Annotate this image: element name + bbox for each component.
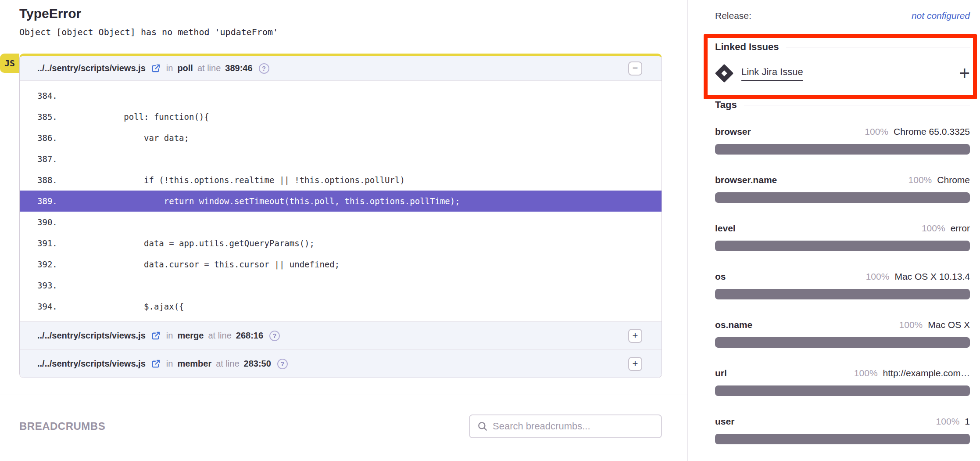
code-line-text: data = app.utils.getQueryParams(); [64, 238, 315, 248]
external-link-icon[interactable] [151, 331, 161, 341]
tag-summary: 100%Mac OS X 10.13.4 [866, 271, 970, 282]
tag-name: url [715, 368, 727, 378]
frame-file-path: ../../sentry/scripts/views.js [37, 63, 146, 73]
code-line-number: 391. [20, 238, 64, 248]
help-icon[interactable]: ? [277, 359, 288, 369]
tag-summary: 100%error [922, 223, 970, 234]
external-link-icon[interactable] [151, 359, 161, 369]
link-jira-issue-row: Link Jira Issue + [715, 64, 970, 83]
tags-section: Tags browser100%Chrome 65.0.3325browser.… [715, 99, 970, 444]
external-link-icon[interactable] [151, 63, 161, 73]
tag-distribution-bar [715, 289, 970, 299]
tag-percent: 100% [899, 320, 923, 330]
code-line: 385. poll: function(){ [20, 106, 662, 127]
frame-at-line-label: at line [208, 331, 231, 341]
code-line: 386. var data; [20, 127, 662, 148]
breadcrumbs-search-input[interactable] [493, 421, 654, 432]
code-line-number: 392. [20, 259, 64, 269]
expand-frame-button[interactable]: + [628, 357, 642, 371]
tag-name: browser [715, 126, 751, 137]
tag-percent: 100% [854, 368, 878, 378]
code-line: 391. data = app.utils.getQueryParams(); [20, 233, 662, 254]
tag-name: os [715, 271, 726, 282]
stack-frame-header-member[interactable]: ../../sentry/scripts/views.js in member … [20, 349, 662, 378]
tag-percent: 100% [866, 271, 890, 282]
add-linked-issue-button[interactable]: + [959, 64, 970, 83]
code-line: 394. $.ajax({ [20, 296, 662, 317]
code-line-number: 386. [20, 133, 64, 143]
stack-frame-header-merge[interactable]: ../../sentry/scripts/views.js in merge a… [20, 321, 662, 349]
code-context-list: 384.385. poll: function(){386. var data;… [20, 81, 662, 321]
frame-function-name: poll [177, 63, 193, 73]
stacktrace-panel: ../../sentry/scripts/views.js in poll at… [19, 54, 662, 378]
breadcrumbs-search[interactable] [469, 414, 662, 438]
tag-row-os.name: os.name100%Mac OS X [715, 320, 970, 348]
code-line-text: var data; [64, 133, 189, 143]
event-main-column: TypeError Object [object Object] has no … [0, 0, 688, 461]
code-line: 393. [20, 275, 662, 296]
code-line-number: 389. [20, 196, 64, 206]
tag-row-os: os100%Mac OS X 10.13.4 [715, 271, 970, 299]
tag-list: browser100%Chrome 65.0.3325browser.name1… [715, 126, 970, 444]
release-not-configured-link[interactable]: not configured [912, 11, 970, 21]
tag-row-url: url100%http://example.com… [715, 368, 970, 396]
link-jira-issue-link[interactable]: Link Jira Issue [741, 66, 803, 81]
linked-issues-heading: Linked Issues [715, 41, 970, 53]
stack-frame-header-poll[interactable]: ../../sentry/scripts/views.js in poll at… [20, 56, 662, 81]
tag-value: Mac OS X [928, 320, 970, 330]
tag-row-level: level100%error [715, 223, 970, 251]
frame-at-line-label: at line [197, 63, 221, 73]
code-line-text: data.cursor = this.cursor || undefined; [64, 259, 340, 269]
tag-percent: 100% [865, 126, 888, 137]
collapse-frame-button[interactable]: − [628, 61, 642, 76]
expand-frame-button[interactable]: + [628, 329, 642, 343]
code-line-number: 384. [20, 91, 64, 101]
tag-name: level [715, 223, 736, 234]
tag-row-header: browser.name100%Chrome [715, 175, 970, 185]
tag-name: browser.name [715, 175, 777, 185]
tag-distribution-bar [715, 144, 970, 155]
tag-value: 1 [965, 416, 970, 427]
stacktrace-section: JS ../../sentry/scripts/views.js in poll… [19, 54, 662, 378]
tag-distribution-bar [715, 434, 970, 444]
breadcrumbs-header: BREADCRUMBS [19, 414, 662, 438]
tag-row-header: os.name100%Mac OS X [715, 320, 970, 330]
frame-line-number: 389:46 [225, 63, 252, 73]
error-message: Object [object Object] has no method 'up… [19, 27, 662, 37]
tag-row-browser.name: browser.name100%Chrome [715, 175, 970, 203]
code-line: 384. [20, 85, 662, 106]
tag-row-header: url100%http://example.com… [715, 368, 970, 378]
tag-distribution-bar [715, 337, 970, 348]
code-line-text: if (!this.options.realtime || !this.opti… [64, 175, 405, 185]
help-icon[interactable]: ? [259, 63, 269, 74]
code-line-text: $.ajax({ [64, 302, 184, 311]
frame-file-path: ../../sentry/scripts/views.js [37, 359, 146, 369]
tag-summary: 100%Mac OS X [899, 320, 970, 330]
linked-issues-section: Linked Issues Link Jira Issue + [715, 41, 970, 83]
tag-value: Chrome 65.0.3325 [894, 126, 970, 137]
issue-detail-page: TypeError Object [object Object] has no … [0, 0, 980, 461]
tag-name: os.name [715, 320, 752, 330]
frame-function-name: merge [177, 331, 204, 341]
tag-distribution-bar [715, 385, 970, 396]
tag-summary: 100%http://example.com… [854, 368, 970, 378]
tag-value: Chrome [937, 175, 970, 185]
code-line-number: 387. [20, 154, 64, 164]
help-icon[interactable]: ? [269, 331, 280, 341]
frame-line-number: 283:50 [244, 359, 271, 369]
tag-row-header: user100%1 [715, 416, 970, 427]
tag-distribution-bar [715, 192, 970, 203]
code-line-number: 393. [20, 281, 64, 290]
code-line-text: poll: function(){ [64, 112, 209, 122]
tag-name: user [715, 416, 734, 427]
tags-title: Tags [715, 99, 737, 111]
code-line-text: return window.setTimeout(this.poll, this… [64, 196, 460, 206]
code-line: 387. [20, 148, 662, 169]
tag-row-header: os100%Mac OS X 10.13.4 [715, 271, 970, 282]
tag-row-browser: browser100%Chrome 65.0.3325 [715, 126, 970, 155]
jira-icon [715, 64, 733, 83]
tag-distribution-bar [715, 241, 970, 251]
code-line: 388. if (!this.options.realtime || !this… [20, 169, 662, 191]
tag-row-header: browser100%Chrome 65.0.3325 [715, 126, 970, 137]
code-line-number: 394. [20, 302, 64, 311]
